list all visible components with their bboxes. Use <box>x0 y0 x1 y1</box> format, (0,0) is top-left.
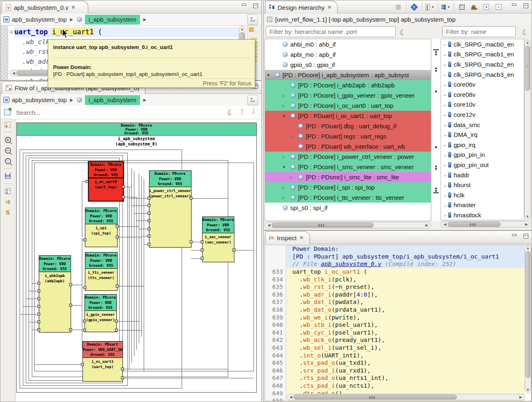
clear-search-icon[interactable] <box>226 109 233 115</box>
port-list-item[interactable]: ←clk_SRPG_macb3_en <box>441 69 524 80</box>
port-list-item[interactable]: →gpio_pin_in <box>441 150 524 160</box>
minimize-icon[interactable] <box>512 234 517 238</box>
close-icon[interactable]: ✕ <box>299 235 303 241</box>
expander-closed-icon[interactable]: ▷ <box>282 94 288 98</box>
expander-closed-icon[interactable]: ▷ <box>282 196 288 200</box>
ports-vscrollbar[interactable]: ▲ ≡ ▼ <box>524 40 531 219</box>
tree-row[interactable]: ispi_s0 : spi_if <box>265 203 431 213</box>
tree-row[interactable]: ▼M[PD : PDuart] i_oc_uart1 : uart_top <box>265 111 431 121</box>
expander-closed-icon[interactable]: ▷ <box>282 104 288 108</box>
tree-row[interactable]: M[PD : PDcore] i_ahb2apb : ahb2apb <box>265 80 431 90</box>
pin-search-icon[interactable] <box>4 109 11 115</box>
breadcrumb-item-child[interactable]: i_apb_subsystem <box>85 15 140 25</box>
inspect-tab[interactable]: i≡Inspect✕ <box>265 231 310 244</box>
port-list-item[interactable]: ←gpio_irq <box>441 140 524 150</box>
tree-row[interactable]: ▷M[PD : PDuart] regs : uart_regs <box>265 131 431 141</box>
scroll-top-icon[interactable]: ▲▲ <box>433 49 439 55</box>
expander-open-icon[interactable]: ▼ <box>267 73 272 77</box>
maximize-icon[interactable] <box>253 3 258 8</box>
close-icon[interactable]: ✕ <box>71 4 75 10</box>
zoom-fit-icon[interactable]: ▫ <box>0 156 15 166</box>
port-list-item[interactable]: →haddr <box>441 170 524 180</box>
breadcrumb-item-root[interactable]: apb_subsystem_top <box>12 96 67 103</box>
tree-hscrollbar[interactable]: ◀ ▮▮▮ ▶ <box>265 222 431 228</box>
port-list-item[interactable]: ←core08v <box>441 89 524 100</box>
port-list-item[interactable]: ←clk_SRPG_macb0_en <box>441 39 524 49</box>
minimize-icon[interactable] <box>512 3 517 8</box>
tree-row[interactable]: ▷M[PD : PDcore] i_power_ctrl_veneer : po… <box>265 152 431 162</box>
expander-closed-icon[interactable]: ▷ <box>290 134 296 138</box>
inspect-vscrollbar[interactable]: ▲ ▼ <box>525 245 531 393</box>
file-link[interactable]: apb_subsystem_0.v <box>321 261 381 267</box>
tree-row[interactable]: iahbi_m0 : ahb_if <box>265 39 431 49</box>
tree-row[interactable]: ▷M[PD : PDsmc] i_smc_lite : smc_lite <box>265 172 431 182</box>
legend-icon[interactable]: i <box>0 119 15 130</box>
scroll-up2-icon[interactable]: ▲▲ <box>433 67 439 71</box>
search-down-icon[interactable]: ⇩ <box>251 107 256 116</box>
tree-row[interactable]: M[PD : PDuart] wb_interface : uart_wb <box>265 141 431 152</box>
close-icon[interactable]: ✕ <box>327 4 332 10</box>
port-list-item[interactable]: ←clk_SRPG_macb2_en <box>441 59 524 69</box>
search-input[interactable] <box>16 107 212 118</box>
inspect-content[interactable]: 6336346356366376386396406416426436446456… <box>265 245 532 401</box>
scroll-up1-icon[interactable]: ▲ <box>433 89 439 93</box>
link-editor-icon[interactable] <box>394 2 403 11</box>
scroll-down1-icon[interactable]: ▼ <box>433 145 439 150</box>
fold-marker[interactable]: ⊖ <box>9 29 13 35</box>
collapse-all-icon[interactable]: − <box>494 2 503 11</box>
expander-open-icon[interactable]: ▼ <box>282 114 288 118</box>
expander-closed-icon[interactable]: ▷ <box>282 185 288 190</box>
scroll-down2-icon[interactable]: ▼▼ <box>433 165 439 170</box>
expander-open-icon[interactable]: ▼ <box>282 165 288 169</box>
zoom-in-icon[interactable]: + <box>0 134 15 145</box>
port-list-item[interactable]: →hburst <box>441 180 524 190</box>
inspect-hscrollbar[interactable]: ◀ ▮▮▮ ▶ <box>287 394 525 400</box>
tree-row[interactable]: ▼M[PD : PDcore] i_apb_subsystem : apb_su… <box>265 70 431 80</box>
port-list-item[interactable]: ←core12v <box>441 109 524 120</box>
sort-menu-icon[interactable]: ▼ <box>441 2 450 11</box>
design-hierarchy-tab[interactable]: Design Hierarchy✕ <box>265 1 338 13</box>
view-menu-icon[interactable]: ▼ <box>425 2 434 11</box>
hierarchy-view-button[interactable] <box>247 95 258 105</box>
minimize-icon[interactable] <box>241 3 247 8</box>
breadcrumb-item-child[interactable]: i_apb_subsystem <box>85 95 140 105</box>
layers-icon[interactable] <box>470 2 479 11</box>
tree-row[interactable]: ▷M[PD : PDcore] i_oc_uart0 : uart_top <box>265 100 431 111</box>
port-list-item[interactable]: →hmastlock <box>441 210 524 220</box>
clear-filter-icon[interactable] <box>521 29 528 35</box>
tree-row[interactable]: iapbi_mo : apb_if <box>265 49 431 60</box>
report-options-icon[interactable] <box>0 186 15 197</box>
expander-closed-icon[interactable]: ▷ <box>282 155 288 159</box>
port-list-item[interactable]: ←clk_SRPG_macb1_en <box>441 49 524 60</box>
diagram-canvas[interactable]: Domain: PDcorePower: VDDGround: VSSi_apb… <box>16 119 261 402</box>
swap-icon[interactable]: ⇅ <box>0 207 15 218</box>
filter-name-input[interactable] <box>442 26 516 37</box>
chip-icon[interactable] <box>457 2 466 11</box>
port-list-item[interactable]: →hmaster <box>441 200 524 210</box>
tree-row[interactable]: M[PD : PDuart] dbg : uart_debug_if <box>265 121 431 131</box>
zoom-out-icon[interactable]: − <box>0 145 15 156</box>
search-up-icon[interactable]: ⇧ <box>239 107 245 116</box>
port-list-item[interactable]: ←core10v <box>441 100 524 110</box>
tree-row[interactable]: ▼M[PD : PDcore] i_smc_veneer : smc_venee… <box>265 162 431 172</box>
maximize-icon[interactable] <box>523 3 528 8</box>
port-list-item[interactable]: →data_smc <box>441 120 524 130</box>
port-list-item[interactable]: →DMA_irq <box>441 130 524 140</box>
port-list-item[interactable]: ←core06v <box>441 79 524 89</box>
power-domain-icon[interactable]: T <box>410 2 418 11</box>
tree-row[interactable]: ▷M[PD : PDcore] i_spi : spi_top <box>265 182 431 192</box>
trace-icon[interactable]: ⇉ <box>0 197 15 207</box>
tree-row[interactable]: ▷M[PD : PDcore] i_gpio_veneer : gpio_ven… <box>265 90 431 100</box>
expander-closed-icon[interactable]: ▷ <box>290 175 296 179</box>
tree-row[interactable]: igpio_s0 : gpio_if <box>265 60 431 70</box>
scroll-bottom-icon[interactable]: ▼▼ <box>433 188 439 193</box>
clear-filter-icon[interactable] <box>398 29 405 35</box>
editor-tab[interactable]: vapb_subsystem_0.v✕ <box>2 1 88 13</box>
maximize-icon[interactable] <box>523 234 528 239</box>
save-icon[interactable] <box>0 171 15 181</box>
tree-row[interactable]: ▷M[PD : PDcore] i_ttc_veneer : ttc_venee… <box>265 192 431 203</box>
port-list-item[interactable]: →hclk <box>441 190 524 200</box>
breadcrumb-item-root[interactable]: apb_subsystem_top <box>12 16 67 23</box>
filter-hierarchical-input[interactable] <box>266 26 396 37</box>
ports-hscrollbar[interactable]: ◀ ▮▮▮ ▶ <box>441 221 531 228</box>
